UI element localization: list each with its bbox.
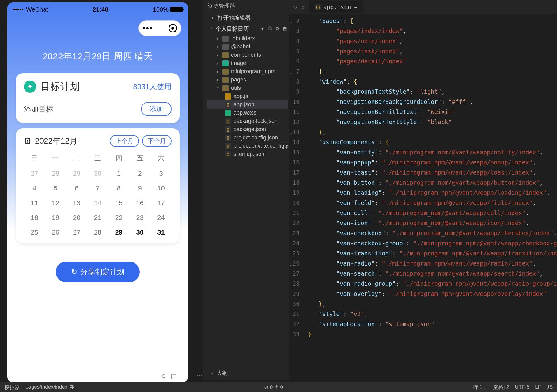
calendar-day[interactable]: 19	[45, 214, 66, 222]
calendar-day[interactable]: 18	[24, 214, 45, 222]
calendar-day[interactable]: 15	[108, 199, 129, 207]
calendar-day[interactable]: 28	[45, 170, 66, 178]
tree-item[interactable]: package.json	[207, 125, 288, 134]
editor-tabs: ▷ ↧ app.json ⋯	[289, 0, 557, 14]
calendar-day[interactable]: 25	[24, 228, 45, 236]
calendar-day[interactable]: 20	[66, 214, 87, 222]
calendar-day[interactable]: 23	[129, 214, 150, 222]
calendar-day[interactable]: 28	[87, 228, 108, 236]
calendar-day[interactable]: 10	[150, 184, 172, 192]
tree-item-label: app.json	[233, 101, 254, 108]
new-file-icon[interactable]: ＋	[260, 26, 265, 32]
calendar-day[interactable]: 7	[87, 184, 108, 192]
status-language[interactable]: JS	[547, 384, 553, 390]
calendar-day[interactable]: 31	[150, 228, 172, 236]
add-goal-button[interactable]: 添加	[141, 102, 172, 116]
status-open-file[interactable]: pages/index/index 🗐	[25, 384, 74, 390]
calendar-day[interactable]: 1	[108, 170, 129, 178]
step-icon[interactable]: ↧	[301, 4, 305, 10]
calendar-day[interactable]: 26	[45, 228, 66, 236]
calendar-day[interactable]: 27	[66, 228, 87, 236]
tree-item[interactable]: package-lock.json	[207, 117, 288, 125]
calendar-day[interactable]: 14	[87, 199, 108, 207]
status-sim-label: 模拟器	[4, 384, 20, 391]
refresh-icon[interactable]: ⟳	[276, 26, 280, 32]
calendar-day[interactable]: 30	[129, 228, 150, 236]
tree-item[interactable]: project.config.json	[207, 134, 288, 142]
calendar-day[interactable]: 29	[66, 170, 87, 178]
calendar-day[interactable]: 21	[87, 214, 108, 222]
share-button-label: 分享制定计划	[80, 268, 124, 276]
open-editors-section[interactable]: 打开的编辑器	[203, 12, 289, 23]
calendar-day[interactable]: 6	[66, 184, 87, 192]
project-root[interactable]: 个人目标日历 ＋🗋⟳⊟	[203, 23, 289, 34]
tree-item[interactable]: image	[207, 59, 288, 67]
status-encoding[interactable]: UTF-8	[515, 384, 529, 390]
sim-bottom-icons[interactable]: ⟲ ▥	[161, 372, 176, 380]
folder-dim-icon	[222, 44, 229, 50]
calendar-day[interactable]: 29	[108, 228, 129, 236]
tree-item[interactable]: sitemap.json	[207, 150, 288, 158]
calendar-day[interactable]: 27	[24, 170, 45, 178]
status-eol[interactable]: LF	[535, 384, 541, 390]
tree-item[interactable]: miniprogram_npm	[207, 67, 288, 76]
calendar-dow: 六	[150, 154, 172, 163]
outline-section[interactable]: 大纲	[203, 366, 289, 377]
tree-item[interactable]: utils	[207, 84, 288, 92]
code-area[interactable]: "pages": [ "pages/index/index", "pages/n…	[304, 14, 557, 377]
refresh-icon[interactable]: ⟲	[161, 372, 166, 380]
tree-item[interactable]: app.js	[207, 92, 288, 100]
calendar-day[interactable]: 3	[150, 170, 172, 178]
tree-item-label: .hbuilderx	[231, 35, 255, 42]
copy-icon[interactable]: 🗐	[69, 384, 74, 390]
tree-item-label: sitemap.json	[233, 151, 264, 157]
calendar-day[interactable]: 16	[129, 199, 150, 207]
goal-avatar-icon: ✦	[24, 81, 36, 93]
explorer-toolbar: ＋🗋⟳⊟	[260, 26, 287, 32]
play-icon[interactable]: ▷	[294, 4, 297, 10]
tree-item[interactable]: components	[207, 51, 288, 59]
calendar-day[interactable]: 12	[45, 199, 66, 207]
close-miniprogram-icon[interactable]	[169, 24, 177, 32]
ellipsis-icon[interactable]: •••	[143, 24, 153, 33]
sim-more-icon[interactable]: ⋯	[196, 372, 203, 380]
next-month-button[interactable]: 下个月	[142, 135, 172, 147]
calendar-day[interactable]: 9	[129, 184, 150, 192]
tab-more-icon[interactable]: ⋯	[354, 4, 357, 10]
calendar-dow: 五	[129, 154, 150, 163]
editor-tab-appjson[interactable]: app.json ⋯	[309, 1, 363, 13]
calendar-day[interactable]: 11	[24, 199, 45, 207]
calendar-day[interactable]: 24	[150, 214, 172, 222]
phone-time: 21:40	[48, 6, 153, 13]
tree-item[interactable]: project.private.config.js...	[207, 142, 288, 150]
capsule-menu[interactable]: •••	[138, 20, 181, 36]
status-problems[interactable]: ⊘ 0 ⚠ 0	[264, 384, 283, 390]
battery-icon	[170, 7, 183, 12]
tree-item[interactable]: app.json	[207, 100, 288, 109]
share-plan-button[interactable]: ↻分享制定计划	[56, 262, 140, 282]
prev-month-button[interactable]: 上个月	[110, 135, 139, 147]
tree-item[interactable]: pages	[207, 76, 288, 84]
calendar-day[interactable]: 2	[129, 170, 150, 178]
tree-item[interactable]: @babel	[207, 43, 288, 51]
calendar-day[interactable]: 17	[150, 199, 172, 207]
editor-run-controls[interactable]: ▷ ↧	[289, 4, 309, 10]
collapse-icon[interactable]: ⊟	[283, 26, 287, 32]
calendar-day[interactable]: 30	[87, 170, 108, 178]
explorer-more-icon[interactable]: ⋯	[279, 3, 285, 9]
calendar-month-label: 2022年12月	[35, 136, 78, 146]
calendar-day[interactable]: 13	[66, 199, 87, 207]
calendar-dow: 四	[108, 154, 129, 163]
new-folder-icon[interactable]: 🗋	[268, 26, 273, 32]
calendar-day[interactable]: 8	[108, 184, 129, 192]
calendar-day[interactable]: 22	[108, 214, 129, 222]
tree-item[interactable]: .hbuilderx	[207, 34, 288, 43]
calendar-day[interactable]: 5	[45, 184, 66, 192]
tree-item[interactable]: app.wxss	[207, 109, 288, 117]
status-cursor-pos[interactable]: 行 1，	[473, 384, 487, 391]
fold-gutter[interactable]: ⌄⌄⌄⌄	[289, 14, 293, 377]
layout-icon[interactable]: ▥	[171, 372, 176, 380]
status-indent[interactable]: 空格: 2	[493, 384, 509, 391]
calendar-day[interactable]: 4	[24, 184, 45, 192]
calendar-week: 45678910	[24, 184, 172, 192]
